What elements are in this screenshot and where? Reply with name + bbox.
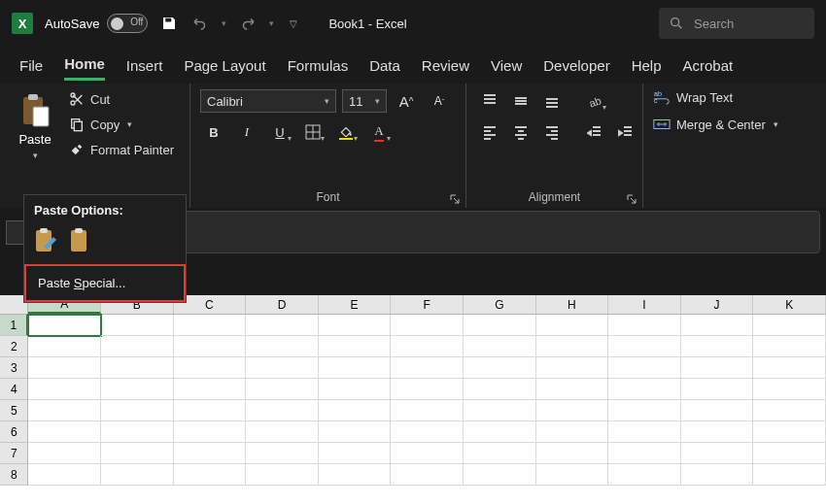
col-header[interactable]: J [681, 295, 754, 314]
redo-icon[interactable] [238, 14, 258, 33]
cell[interactable] [464, 400, 536, 421]
copy-button[interactable]: Copy ▾ [66, 115, 177, 134]
cell[interactable] [319, 379, 392, 400]
cell[interactable] [536, 400, 609, 421]
cell[interactable] [319, 357, 392, 379]
cell[interactable] [28, 357, 101, 379]
cell[interactable] [101, 379, 174, 400]
align-center-button[interactable] [507, 120, 534, 144]
cell[interactable] [464, 464, 536, 486]
cell[interactable] [391, 379, 464, 400]
spreadsheet-grid[interactable]: A B C D E F G H I J K 12345678 [0, 295, 826, 504]
tab-developer[interactable]: Developer [543, 51, 609, 80]
cell[interactable] [681, 357, 754, 379]
decrease-font-button[interactable]: Aˇ [426, 89, 453, 113]
cell[interactable] [464, 379, 536, 400]
cell[interactable] [319, 464, 392, 486]
wrap-text-button[interactable]: abc Wrap Text [653, 89, 733, 105]
cell[interactable] [28, 379, 101, 400]
cell[interactable] [174, 421, 247, 443]
cell[interactable] [681, 379, 754, 400]
tab-home[interactable]: Home [64, 50, 105, 81]
cell[interactable] [753, 421, 826, 443]
merge-dropdown-icon[interactable]: ▾ [774, 119, 778, 129]
col-header[interactable]: F [391, 295, 464, 314]
cell[interactable] [101, 357, 174, 379]
cell[interactable] [536, 379, 609, 400]
tab-data[interactable]: Data [369, 51, 400, 80]
cell[interactable] [391, 400, 464, 421]
undo-icon[interactable] [190, 14, 210, 33]
cell[interactable] [174, 379, 247, 400]
col-header[interactable]: G [464, 295, 536, 314]
autosave-toggle[interactable]: AutoSave Off [45, 14, 148, 33]
cell[interactable] [681, 421, 754, 443]
cell[interactable] [28, 336, 101, 357]
tab-page-layout[interactable]: Page Layout [184, 51, 265, 80]
cell[interactable] [681, 315, 754, 336]
row-header[interactable]: 7 [0, 443, 28, 464]
cell[interactable] [608, 336, 681, 357]
cell[interactable] [246, 421, 319, 443]
qat-customize-icon[interactable]: ▽ [290, 18, 297, 29]
cell[interactable] [101, 443, 174, 464]
cell[interactable] [753, 315, 826, 336]
cell[interactable] [753, 357, 826, 379]
cell[interactable] [28, 400, 101, 421]
cell[interactable] [246, 357, 319, 379]
decrease-indent-button[interactable] [581, 120, 608, 144]
cell[interactable] [174, 336, 247, 357]
cell[interactable] [319, 421, 392, 443]
dialog-launcher-icon[interactable] [450, 194, 460, 204]
paste-option-default-icon[interactable] [34, 227, 59, 254]
row-header[interactable]: 5 [0, 400, 28, 421]
cell[interactable] [536, 336, 609, 357]
cell[interactable] [319, 443, 392, 464]
cell[interactable] [536, 443, 609, 464]
format-painter-button[interactable]: Format Painter [66, 140, 177, 159]
formula-input[interactable] [112, 211, 820, 253]
cell[interactable] [536, 315, 609, 336]
cell[interactable] [464, 421, 536, 443]
cell[interactable] [608, 464, 681, 486]
col-header[interactable]: E [319, 295, 392, 314]
cell[interactable] [28, 443, 101, 464]
col-header[interactable]: I [608, 295, 681, 314]
row-header[interactable]: 4 [0, 379, 28, 400]
cell[interactable] [608, 357, 681, 379]
cell[interactable] [246, 379, 319, 400]
cell[interactable] [246, 336, 319, 357]
paste-dropdown-icon[interactable]: ▾ [33, 151, 38, 160]
bold-button[interactable]: B [200, 120, 227, 144]
row-header[interactable]: 3 [0, 357, 28, 379]
borders-button[interactable]: ▾ [299, 120, 327, 144]
increase-indent-button[interactable] [612, 120, 639, 144]
cell[interactable] [319, 315, 392, 336]
col-header[interactable]: H [536, 295, 609, 314]
cell[interactable] [391, 443, 464, 464]
cell[interactable] [608, 421, 681, 443]
dialog-launcher-icon[interactable] [627, 194, 637, 204]
cell[interactable] [246, 443, 319, 464]
cell[interactable] [536, 464, 609, 486]
cell[interactable] [174, 357, 247, 379]
tab-file[interactable]: File [19, 51, 43, 80]
search-input[interactable]: Search [659, 8, 814, 39]
tab-help[interactable]: Help [632, 51, 662, 80]
cell[interactable] [753, 443, 826, 464]
align-left-button[interactable] [476, 120, 503, 144]
underline-button[interactable]: U▾ [266, 120, 293, 144]
row-header[interactable]: 1 [0, 315, 28, 336]
cell[interactable] [246, 464, 319, 486]
save-icon[interactable] [159, 14, 179, 33]
paste-option-values-icon[interactable] [69, 227, 94, 254]
cell[interactable] [319, 336, 392, 357]
cell[interactable] [681, 336, 754, 357]
cell[interactable] [174, 315, 247, 336]
merge-center-button[interactable]: Merge & Center ▾ [653, 117, 778, 132]
cell[interactable] [608, 379, 681, 400]
cell[interactable] [28, 421, 101, 443]
cell[interactable] [608, 443, 681, 464]
row-header[interactable]: 6 [0, 421, 28, 443]
cell[interactable] [464, 443, 536, 464]
